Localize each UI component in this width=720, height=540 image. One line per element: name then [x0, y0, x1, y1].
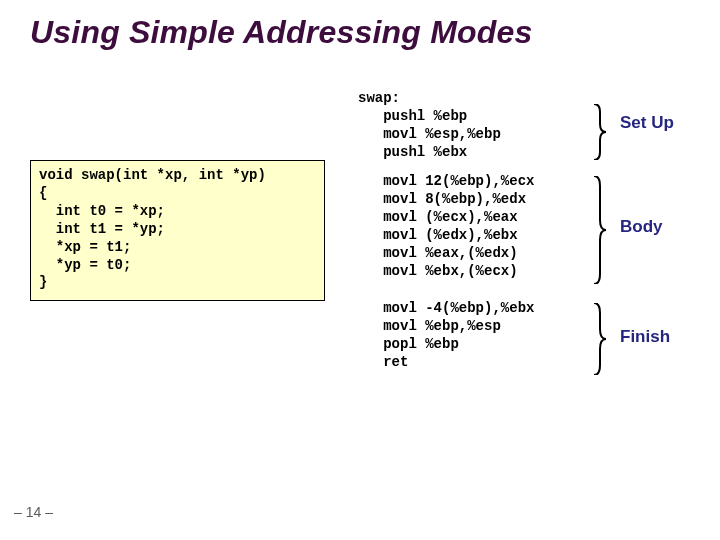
asm-finish: movl -4(%ebp),%ebx movl %ebp,%esp popl %… — [358, 300, 534, 372]
brace-icon — [592, 104, 608, 160]
asm-body: movl 12(%ebp),%ecx movl 8(%ebp),%edx mov… — [358, 173, 534, 280]
brace-icon — [592, 303, 608, 375]
label-finish: Finish — [620, 327, 670, 347]
c-code-box: void swap(int *xp, int *yp) { int t0 = *… — [30, 160, 325, 301]
brace-icon — [592, 176, 608, 284]
c-code: void swap(int *xp, int *yp) { int t0 = *… — [39, 167, 316, 292]
label-setup: Set Up — [620, 113, 674, 133]
slide-number: – 14 – — [14, 504, 53, 520]
label-body: Body — [620, 217, 663, 237]
slide: Using Simple Addressing Modes void swap(… — [0, 0, 720, 540]
page-title: Using Simple Addressing Modes — [30, 14, 532, 51]
asm-setup: swap: pushl %ebp movl %esp,%ebp pushl %e… — [358, 90, 501, 162]
